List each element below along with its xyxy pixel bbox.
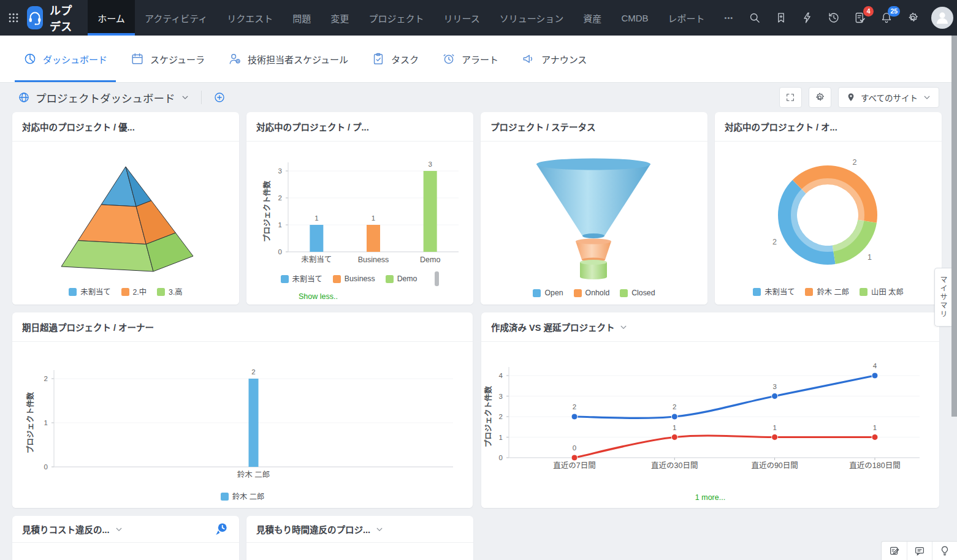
dashboard-selector[interactable]: プロジェクトダッシュボード [18,90,226,105]
legend-label: 未割当て [764,286,795,297]
technician-person-icon [228,52,242,66]
chevron-down-icon[interactable] [115,525,123,534]
card-row: 期日超過プロジェクト / オーナー012プロジェクト件数2鈴木 二郎鈴木 二郎作… [12,312,945,508]
chevron-down-icon[interactable] [619,323,628,331]
svg-text:1: 1 [315,214,318,222]
nav-item-reports[interactable]: レポート [658,0,715,36]
card-header: 期日超過プロジェクト / オーナー [12,312,473,342]
legend-label: 未割当て [80,286,110,297]
add-dashboard-button[interactable] [213,91,226,104]
svg-text:未割当て: 未割当て [301,255,332,264]
quick-actions-button[interactable] [796,6,819,29]
card-overdue-projects-by-owner: 期日超過プロジェクト / オーナー012プロジェクト件数2鈴木 二郎鈴木 二郎 [12,312,473,508]
legend-item[interactable]: 未割当て [69,286,110,297]
legend-scrollbar[interactable] [435,271,439,286]
nav-item-problems[interactable]: 問題 [283,0,321,36]
nav-item-more[interactable]: ••• [715,0,744,36]
vertical-scrollbar[interactable] [951,36,957,417]
time-filter-icon[interactable] [213,521,229,537]
user-avatar[interactable] [931,7,953,29]
legend-label: Business [345,274,375,283]
legend-swatch [333,275,341,283]
legend-item[interactable]: Open [533,289,563,297]
nav-right-actions: 4 25 [743,0,953,36]
dashboard-settings-button[interactable] [809,87,831,108]
my-summary-tab[interactable]: マイサマリ [934,268,951,327]
svg-text:2: 2 [44,375,48,382]
search-button[interactable] [743,6,766,29]
card-header: プロジェクト / ステータス [481,112,707,142]
quick-add-button[interactable] [769,6,793,29]
lightbulb-button[interactable] [932,542,957,560]
app-launcher-button[interactable] [7,7,20,29]
settings-button[interactable] [901,6,925,29]
chart-legend: 未割当てBusinessDemo [246,271,473,286]
nav-item-changes[interactable]: 変更 [321,0,359,36]
card-title: 対応中のプロジェクト / 優... [22,120,135,133]
dashboard-pie-icon [23,52,37,66]
legend-label: 3.高 [169,286,183,297]
tab-tasks[interactable]: タスク [363,36,427,82]
nav-item-projects[interactable]: プロジェクト [359,0,433,36]
nav-item-activities[interactable]: アクティビティ [135,0,217,36]
svg-text:2: 2 [673,403,676,411]
legend-swatch [574,289,582,297]
card-header: 対応中のプロジェクト / 優... [12,112,239,142]
legend-more-link[interactable]: 1 more... [481,493,939,502]
legend-item[interactable]: 2.中 [121,286,147,297]
legend-label: 鈴木 二郎 [232,491,265,502]
fullscreen-icon [785,93,795,102]
history-icon [828,12,840,24]
legend-item[interactable]: 鈴木 二郎 [805,286,849,297]
card-body: 未割当て2.中3.高 [12,142,239,305]
tab-alerts[interactable]: アラート [433,36,507,82]
svg-text:1: 1 [772,424,776,431]
card-header: 見積もり時間違反のプロジ... [246,516,473,543]
legend-item[interactable]: Onhold [574,289,610,297]
tab-scheduler[interactable]: スケジューラ [122,36,213,82]
show-less-link[interactable]: Show less.. [299,292,338,301]
nav-item-cmdb[interactable]: CMDB [611,0,658,36]
legend-item[interactable]: 鈴木 二郎 [221,491,265,502]
fullscreen-button[interactable] [779,87,802,108]
nav-item-assets[interactable]: 資産 [573,0,611,36]
legend-item[interactable]: Closed [620,289,655,297]
legend-swatch [221,493,229,501]
svg-text:4: 4 [499,372,503,379]
legend-item[interactable]: 3.高 [157,286,183,297]
legend-item[interactable]: Demo [386,274,417,283]
task-clipboard-icon [372,52,385,66]
svg-text:0: 0 [499,454,503,461]
chevron-down-icon[interactable] [375,525,384,534]
lightbulb-icon [939,545,950,556]
card-row: 見積りコスト違反の...見積もり時間違反のプロジ... [12,516,945,560]
legend-item[interactable]: 未割当て [753,286,795,297]
nav-item-requests[interactable]: リクエスト [217,0,283,36]
card-title[interactable]: 作成済み VS 遅延プロジェクト [491,320,614,333]
tab-announcements[interactable]: アナウンス [513,36,595,82]
svg-text:2: 2 [251,368,255,376]
svg-text:1: 1 [278,221,282,229]
svg-text:1: 1 [44,419,48,426]
history-button[interactable] [822,6,845,29]
chat-button[interactable] [907,542,932,560]
card-body [246,543,473,560]
nav-item-home[interactable]: ホーム [88,0,135,36]
card-title[interactable]: 見積りコスト違反の... [22,523,110,535]
nav-item-releases[interactable]: リリース [433,0,489,36]
alarm-clock-icon [442,52,456,66]
nav-item-solutions[interactable]: ソリューション [490,0,574,36]
svg-text:直近の30日間: 直近の30日間 [651,461,698,470]
site-selector[interactable]: すべてのサイト [838,87,939,108]
card-open-projects-by-priority: 対応中のプロジェクト / 優...未割当て2.中3.高 [12,112,239,305]
site-selector-label: すべてのサイト [861,91,918,104]
approvals-button[interactable]: 4 [848,6,872,29]
card-title[interactable]: 見積もり時間違反のプロジ... [256,523,370,535]
legend-item[interactable]: 山田 太郎 [860,286,904,297]
legend-item[interactable]: 未割当て [281,273,322,284]
compose-button[interactable] [882,542,907,560]
legend-item[interactable]: Business [333,274,375,283]
notifications-button[interactable]: 25 [875,6,898,29]
tab-technician-schedule[interactable]: 技術担当者スケジュール [219,36,357,82]
app-logo[interactable] [27,6,43,29]
